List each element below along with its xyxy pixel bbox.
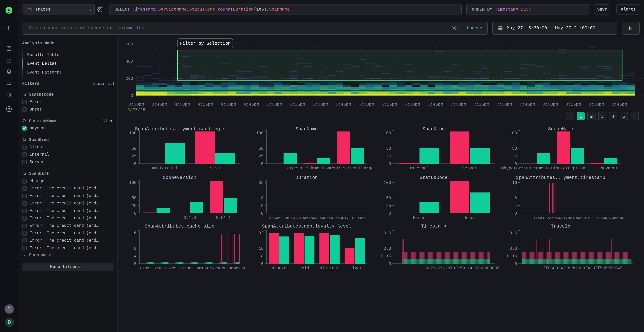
svg-text:mastercard: mastercard xyxy=(152,166,177,171)
svg-text:SpanAttributes...yment.card_ty: SpanAttributes...yment.card_type xyxy=(135,126,224,132)
svg-text:543017: 543017 xyxy=(335,216,349,220)
svg-text:5:30pm: 5:30pm xyxy=(312,102,328,107)
svg-text:32: 32 xyxy=(258,231,264,236)
svg-text:8:00pm: 8:00pm xyxy=(542,102,558,107)
svg-text:100: 100 xyxy=(384,131,391,136)
svg-text:ScopeName: ScopeName xyxy=(548,126,573,132)
svg-text:Unset: Unset xyxy=(463,216,476,220)
svg-text:16: 16 xyxy=(132,231,136,236)
svg-text:3: 3 xyxy=(601,114,604,119)
svg-text:19961834: 19961834 xyxy=(300,216,318,220)
svg-text:0: 0 xyxy=(134,162,136,166)
svg-text:50: 50 xyxy=(258,146,264,151)
svg-text:1748199880789: 1748199880789 xyxy=(563,216,593,220)
svg-text:7:45pm: 7:45pm xyxy=(520,102,535,107)
svg-text:600: 600 xyxy=(126,42,133,47)
svg-text:50: 50 xyxy=(132,146,136,151)
svg-text:91063: 91063 xyxy=(154,266,166,270)
svg-text:5:15pm: 5:15pm xyxy=(290,102,305,107)
svg-text:5:45pm: 5:45pm xyxy=(336,102,351,107)
svg-text:gold: gold xyxy=(299,266,309,271)
svg-text:TraceId: TraceId xyxy=(551,224,570,229)
svg-text:›: › xyxy=(633,114,636,119)
svg-text:0: 0 xyxy=(388,211,391,216)
svg-text:payment: payment xyxy=(601,166,618,171)
svg-text:1748192273433: 1748192273433 xyxy=(533,216,562,220)
svg-text:0.6: 0.6 xyxy=(510,231,517,236)
svg-text:0: 0 xyxy=(388,262,391,266)
svg-text:0.3: 0.3 xyxy=(510,246,517,251)
svg-text:Filter by Selection: Filter by Selection xyxy=(180,41,230,46)
svg-text:3:45pm: 3:45pm xyxy=(152,102,167,107)
svg-text:0: 0 xyxy=(388,162,391,166)
svg-text:0: 0 xyxy=(261,262,264,266)
svg-text:0.15: 0.15 xyxy=(507,254,517,259)
svg-text:0: 0 xyxy=(130,94,133,98)
svg-text:999435: 999435 xyxy=(352,216,366,220)
svg-text:100: 100 xyxy=(129,180,136,185)
svg-text:25: 25 xyxy=(386,154,391,159)
svg-text:silver: silver xyxy=(347,266,362,271)
svg-text:4: 4 xyxy=(612,114,614,119)
svg-text:100: 100 xyxy=(384,180,391,185)
svg-text:98338: 98338 xyxy=(222,266,233,270)
svg-text:25: 25 xyxy=(512,154,517,159)
svg-text:0.6: 0.6 xyxy=(384,231,391,236)
svg-text:4:15pm: 4:15pm xyxy=(198,102,213,107)
svg-text:1333363: 1333363 xyxy=(267,216,283,220)
svg-text:0.51.1: 0.51.1 xyxy=(216,216,231,220)
svg-text:36: 36 xyxy=(258,180,264,185)
svg-text:1748393738536: 1748393738536 xyxy=(594,216,623,220)
svg-text:0: 0 xyxy=(261,211,264,216)
svg-text:6:00pm: 6:00pm xyxy=(358,102,374,107)
svg-text:50: 50 xyxy=(386,146,391,151)
svg-text:4:00pm: 4:00pm xyxy=(174,102,190,107)
svg-text:@hyperdx/instrumentation-excep: @hyperdx/instrumentation-exception xyxy=(501,166,585,171)
svg-text:0: 0 xyxy=(514,211,517,216)
svg-text:4:30pm: 4:30pm xyxy=(220,102,236,107)
svg-text:4: 4 xyxy=(134,254,136,259)
svg-text:Timestamp: Timestamp xyxy=(421,224,446,229)
svg-text:grpc.oteldemo.PaymentService/C: grpc.oteldemo.PaymentService/Charge xyxy=(287,166,374,171)
svg-text:0.3: 0.3 xyxy=(384,246,391,251)
svg-text:Server: Server xyxy=(462,166,477,171)
svg-text:94365: 94365 xyxy=(182,266,194,270)
svg-text:SpanName: SpanName xyxy=(296,126,318,132)
svg-text:97730: 97730 xyxy=(210,266,221,270)
svg-text:3:30pm: 3:30pm xyxy=(128,102,144,107)
svg-text:25: 25 xyxy=(132,204,136,208)
svg-text:1698314: 1698314 xyxy=(284,216,300,220)
svg-text:8:15pm: 8:15pm xyxy=(566,102,581,107)
svg-text:25: 25 xyxy=(132,154,136,159)
svg-text:50: 50 xyxy=(512,146,517,151)
svg-text:100: 100 xyxy=(510,131,517,136)
svg-text:16: 16 xyxy=(258,246,264,251)
svg-text:100: 100 xyxy=(129,131,136,136)
svg-text:2025-05-28T03:59:14.900820000Z: 2025-05-28T03:59:14.900820000Z xyxy=(426,266,500,271)
svg-text:400: 400 xyxy=(126,59,133,64)
svg-text:‹: ‹ xyxy=(569,114,572,119)
svg-text:7:30pm: 7:30pm xyxy=(496,102,512,107)
svg-text:ff860334facdb23d3f430ff5b5050f: ff860334facdb23d3f430ff5b5050f4f xyxy=(543,266,622,271)
svg-text:89835: 89835 xyxy=(140,266,151,270)
svg-text:bronze: bronze xyxy=(272,266,286,271)
svg-text:Duration: Duration xyxy=(296,175,318,180)
svg-text:7:15pm: 7:15pm xyxy=(474,102,489,107)
svg-text:0: 0 xyxy=(514,162,517,166)
svg-text:6:15pm: 6:15pm xyxy=(382,102,397,107)
svg-text:7:00pm: 7:00pm xyxy=(450,102,466,107)
svg-text:18: 18 xyxy=(258,196,264,200)
svg-text:92953: 92953 xyxy=(168,266,180,270)
svg-text:0: 0 xyxy=(514,262,517,266)
svg-text:0.1.0: 0.1.0 xyxy=(184,216,196,220)
svg-text:50: 50 xyxy=(386,196,391,200)
svg-text:0: 0 xyxy=(261,162,264,166)
svg-text:8: 8 xyxy=(514,196,517,200)
svg-text:ScopeVersion: ScopeVersion xyxy=(163,175,196,180)
svg-text:5:00pm: 5:00pm xyxy=(266,102,282,107)
svg-text:8:45pm: 8:45pm xyxy=(612,102,627,107)
svg-text:96139: 96139 xyxy=(196,266,208,270)
svg-text:SpanAttributes.app.loyalty.lev: SpanAttributes.app.loyalty.level xyxy=(262,224,351,229)
svg-text:0.15: 0.15 xyxy=(381,254,391,259)
svg-text:visa: visa xyxy=(210,166,220,171)
